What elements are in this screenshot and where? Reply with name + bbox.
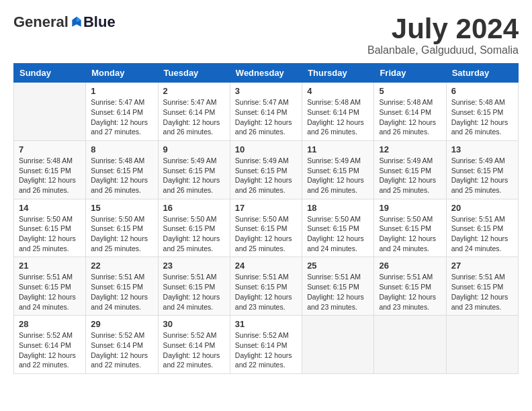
logo: General Blue [13,13,116,31]
day-number: 8 [91,144,152,154]
calendar-cell: 29Sunrise: 5:52 AM Sunset: 6:14 PM Dayli… [86,316,158,374]
day-info: Sunrise: 5:48 AM Sunset: 6:15 PM Dayligh… [19,156,81,195]
calendar-cell: 22Sunrise: 5:51 AM Sunset: 6:15 PM Dayli… [86,257,158,316]
calendar-cell: 18Sunrise: 5:50 AM Sunset: 6:15 PM Dayli… [302,199,374,257]
day-number: 13 [451,144,513,154]
day-info: Sunrise: 5:52 AM Sunset: 6:14 PM Dayligh… [19,330,81,370]
day-number: 15 [91,203,152,213]
day-number: 6 [451,86,513,96]
calendar-cell [302,316,374,374]
calendar-header-row: SundayMondayTuesdayWednesdayThursdayFrid… [14,64,519,83]
calendar-cell: 2Sunrise: 5:47 AM Sunset: 6:14 PM Daylig… [158,83,230,141]
day-number: 11 [307,144,369,154]
calendar-day-header: Friday [374,64,446,83]
calendar-day-header: Thursday [302,64,374,83]
day-number: 31 [235,319,297,329]
day-info: Sunrise: 5:48 AM Sunset: 6:15 PM Dayligh… [451,97,513,137]
day-number: 29 [91,319,152,329]
day-number: 23 [163,261,225,271]
logo-general-text: General [13,13,69,31]
calendar-cell: 14Sunrise: 5:50 AM Sunset: 6:15 PM Dayli… [14,199,86,257]
day-info: Sunrise: 5:51 AM Sunset: 6:15 PM Dayligh… [451,272,513,312]
location-text: Balanbale, Galguduud, Somalia [367,44,519,56]
day-number: 22 [91,261,152,271]
logo-blue-text: Blue [83,13,116,31]
day-number: 19 [379,203,441,213]
day-number: 4 [307,86,369,96]
month-title: July 2024 [367,13,519,44]
day-number: 25 [307,261,369,271]
calendar-cell: 11Sunrise: 5:49 AM Sunset: 6:15 PM Dayli… [302,140,374,199]
calendar-cell: 8Sunrise: 5:48 AM Sunset: 6:15 PM Daylig… [86,140,158,199]
calendar-cell: 27Sunrise: 5:51 AM Sunset: 6:15 PM Dayli… [446,257,518,316]
calendar-day-header: Monday [86,64,158,83]
calendar-cell: 7Sunrise: 5:48 AM Sunset: 6:15 PM Daylig… [14,140,86,199]
calendar-cell: 24Sunrise: 5:51 AM Sunset: 6:15 PM Dayli… [230,257,302,316]
day-number: 10 [235,144,297,154]
calendar-cell: 6Sunrise: 5:48 AM Sunset: 6:15 PM Daylig… [446,83,518,141]
calendar-day-header: Saturday [446,64,518,83]
calendar-cell: 23Sunrise: 5:51 AM Sunset: 6:15 PM Dayli… [158,257,230,316]
calendar-cell: 4Sunrise: 5:48 AM Sunset: 6:14 PM Daylig… [302,83,374,141]
day-info: Sunrise: 5:52 AM Sunset: 6:14 PM Dayligh… [235,330,297,370]
day-number: 26 [379,261,441,271]
calendar-cell: 26Sunrise: 5:51 AM Sunset: 6:15 PM Dayli… [374,257,446,316]
day-info: Sunrise: 5:49 AM Sunset: 6:15 PM Dayligh… [235,156,297,195]
calendar-cell: 12Sunrise: 5:49 AM Sunset: 6:15 PM Dayli… [374,140,446,199]
day-info: Sunrise: 5:50 AM Sunset: 6:15 PM Dayligh… [379,214,441,254]
day-info: Sunrise: 5:50 AM Sunset: 6:15 PM Dayligh… [163,214,225,254]
calendar-cell: 13Sunrise: 5:49 AM Sunset: 6:15 PM Dayli… [446,140,518,199]
calendar-table: SundayMondayTuesdayWednesdayThursdayFrid… [13,63,519,374]
day-number: 1 [91,86,152,96]
calendar-body: 1Sunrise: 5:47 AM Sunset: 6:14 PM Daylig… [14,83,519,374]
logo-icon [70,15,83,29]
day-info: Sunrise: 5:49 AM Sunset: 6:15 PM Dayligh… [451,156,513,195]
calendar-cell: 31Sunrise: 5:52 AM Sunset: 6:14 PM Dayli… [230,316,302,374]
day-info: Sunrise: 5:48 AM Sunset: 6:15 PM Dayligh… [91,156,152,195]
calendar-cell: 15Sunrise: 5:50 AM Sunset: 6:15 PM Dayli… [86,199,158,257]
day-number: 30 [163,319,225,329]
day-number: 20 [451,203,513,213]
day-info: Sunrise: 5:51 AM Sunset: 6:15 PM Dayligh… [163,272,225,312]
calendar-week-row: 21Sunrise: 5:51 AM Sunset: 6:15 PM Dayli… [14,257,519,316]
day-info: Sunrise: 5:50 AM Sunset: 6:15 PM Dayligh… [19,214,81,254]
day-info: Sunrise: 5:52 AM Sunset: 6:14 PM Dayligh… [163,330,225,370]
day-info: Sunrise: 5:50 AM Sunset: 6:15 PM Dayligh… [91,214,152,254]
calendar-cell [14,83,86,141]
calendar-week-row: 7Sunrise: 5:48 AM Sunset: 6:15 PM Daylig… [14,140,519,199]
calendar-week-row: 1Sunrise: 5:47 AM Sunset: 6:14 PM Daylig… [14,83,519,141]
calendar-cell: 3Sunrise: 5:47 AM Sunset: 6:14 PM Daylig… [230,83,302,141]
day-number: 14 [19,203,81,213]
calendar-cell: 1Sunrise: 5:47 AM Sunset: 6:14 PM Daylig… [86,83,158,141]
day-number: 28 [19,319,81,329]
day-info: Sunrise: 5:50 AM Sunset: 6:15 PM Dayligh… [235,214,297,254]
day-number: 16 [163,203,225,213]
calendar-week-row: 28Sunrise: 5:52 AM Sunset: 6:14 PM Dayli… [14,316,519,374]
day-info: Sunrise: 5:51 AM Sunset: 6:15 PM Dayligh… [235,272,297,312]
calendar-cell: 25Sunrise: 5:51 AM Sunset: 6:15 PM Dayli… [302,257,374,316]
calendar-cell: 20Sunrise: 5:51 AM Sunset: 6:15 PM Dayli… [446,199,518,257]
calendar-week-row: 14Sunrise: 5:50 AM Sunset: 6:15 PM Dayli… [14,199,519,257]
day-number: 2 [163,86,225,96]
day-number: 21 [19,261,81,271]
calendar-cell: 30Sunrise: 5:52 AM Sunset: 6:14 PM Dayli… [158,316,230,374]
day-info: Sunrise: 5:48 AM Sunset: 6:14 PM Dayligh… [379,97,441,137]
day-info: Sunrise: 5:47 AM Sunset: 6:14 PM Dayligh… [163,97,225,137]
day-info: Sunrise: 5:47 AM Sunset: 6:14 PM Dayligh… [91,97,152,137]
day-number: 17 [235,203,297,213]
day-info: Sunrise: 5:50 AM Sunset: 6:15 PM Dayligh… [307,214,369,254]
day-info: Sunrise: 5:51 AM Sunset: 6:15 PM Dayligh… [379,272,441,312]
calendar-cell [374,316,446,374]
calendar-cell: 5Sunrise: 5:48 AM Sunset: 6:14 PM Daylig… [374,83,446,141]
day-number: 18 [307,203,369,213]
calendar-day-header: Wednesday [230,64,302,83]
day-number: 12 [379,144,441,154]
day-info: Sunrise: 5:52 AM Sunset: 6:14 PM Dayligh… [91,330,152,370]
day-info: Sunrise: 5:49 AM Sunset: 6:15 PM Dayligh… [307,156,369,195]
calendar-day-header: Tuesday [158,64,230,83]
calendar-cell: 21Sunrise: 5:51 AM Sunset: 6:15 PM Dayli… [14,257,86,316]
day-number: 5 [379,86,441,96]
calendar-cell: 9Sunrise: 5:49 AM Sunset: 6:15 PM Daylig… [158,140,230,199]
calendar-cell: 16Sunrise: 5:50 AM Sunset: 6:15 PM Dayli… [158,199,230,257]
day-info: Sunrise: 5:48 AM Sunset: 6:14 PM Dayligh… [307,97,369,137]
